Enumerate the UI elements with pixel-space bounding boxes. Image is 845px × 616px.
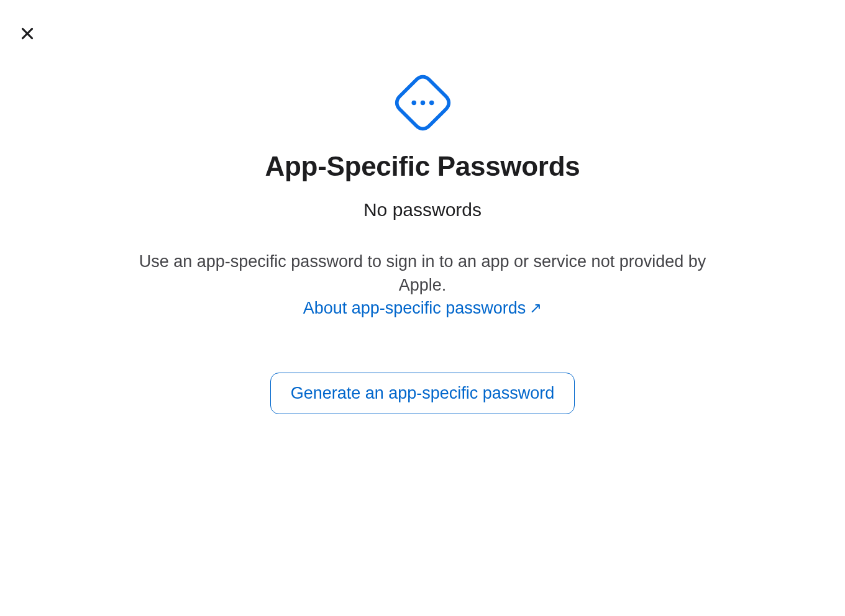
icon-wrapper	[124, 73, 721, 132]
svg-point-4	[429, 101, 434, 106]
svg-point-3	[420, 101, 425, 106]
svg-point-2	[411, 101, 416, 106]
generate-password-button[interactable]: Generate an app-specific password	[270, 373, 575, 414]
close-button[interactable]	[17, 24, 37, 43]
page-title: App-Specific Passwords	[124, 151, 721, 182]
password-diamond-icon	[393, 73, 452, 132]
learn-more-label: About app-specific passwords	[303, 299, 526, 318]
button-wrapper: Generate an app-specific password	[124, 373, 721, 414]
main-content: App-Specific Passwords No passwords Use …	[124, 73, 721, 414]
external-link-icon: ↗	[529, 299, 542, 317]
close-icon	[19, 25, 35, 42]
learn-more-link[interactable]: About app-specific passwords ↗	[303, 299, 542, 318]
description-text: Use an app-specific password to sign in …	[124, 250, 721, 297]
password-count-status: No passwords	[124, 199, 721, 220]
